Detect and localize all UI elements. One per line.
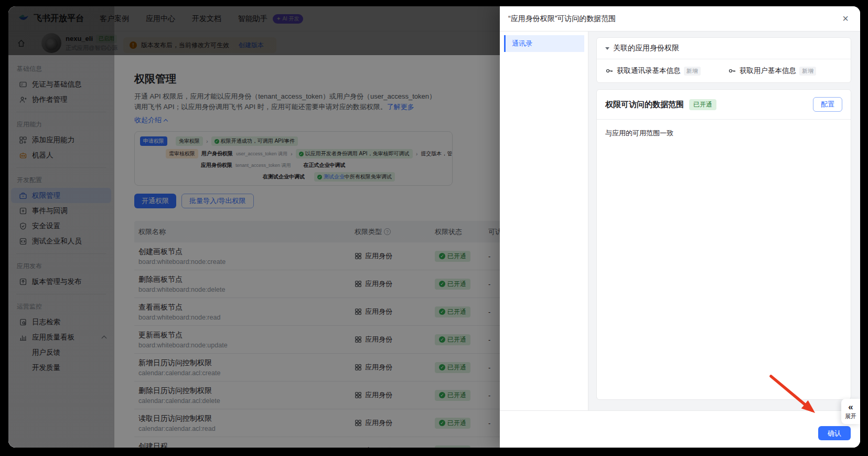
permission-label: 获取用户基本信息 — [740, 66, 796, 76]
table-row[interactable]: 创建日程calendar:calendar.event:create 应用身份 … — [134, 437, 500, 448]
table-row[interactable]: 删除画板节点board:whiteboard:node:delete 应用身份 … — [134, 270, 500, 298]
table-row[interactable]: 创建画板节点board:whiteboard:node:create 应用身份 … — [134, 242, 500, 270]
scope-value: - — [484, 447, 500, 448]
arrow-right-icon: › — [416, 151, 418, 157]
flow-dev-debug-badge: ✓以应用开发者身份调用 API，免审核即可调试 — [296, 149, 413, 158]
bar-chart-icon — [19, 333, 27, 342]
warning-icon: ! — [130, 41, 137, 49]
status-badge: ✓已开通 — [435, 251, 470, 262]
page-title: 权限管理 — [134, 72, 500, 86]
app-name: nexu_eli — [66, 35, 93, 43]
sidebar-item-events[interactable]: 事件与回调 — [11, 203, 111, 218]
main-content: 权限管理 开通 API 权限后，应用才能以应用身份（tenant_access_… — [114, 55, 500, 448]
nav-item-assistant[interactable]: 智能助手 — [238, 14, 267, 24]
permission-code: calendar:calendar.acl:read — [134, 425, 350, 432]
scope-value: - — [484, 280, 500, 288]
data-scope-drawer: “应用身份权限”可访问的数据范围 × 通讯录 关联的应用身份权限 获取通讯录基本… — [500, 6, 860, 448]
learn-more-link[interactable]: 了解更多 — [387, 103, 414, 111]
expand-tab[interactable]: « 展开 — [841, 399, 860, 424]
sidebar-item-permissions[interactable]: 权限管理 — [11, 188, 111, 203]
drawer-nav-contacts[interactable]: 通讯录 — [504, 35, 584, 52]
table-row[interactable]: 新增日历访问控制权限calendar:calendar.acl:create 应… — [134, 354, 500, 381]
data-scope-title: 权限可访问的数据范围 — [605, 100, 684, 110]
confirm-button[interactable]: 确认 — [818, 426, 851, 440]
flow-test-free-badge: ✓测试企业中所有权限免审调试 — [314, 172, 395, 182]
collapse-intro-link[interactable]: 收起介绍 — [134, 115, 500, 125]
col-accessible-scope: 可访问 — [484, 227, 500, 237]
app-identity: nexu_eli 已启用 正式应用@智启心源 — [66, 35, 117, 52]
flow-row-4: 在测试企业中调试 ✓测试企业中所有权限免审调试 — [263, 172, 447, 182]
test-org-link[interactable]: 测试企业 — [324, 174, 345, 179]
permission-name: 查看画板节点 — [134, 303, 350, 312]
open-permission-button[interactable]: 开通权限 — [134, 194, 176, 208]
col-permission-type: 权限类型? — [350, 227, 431, 237]
flow-need-review-badge: 需审核权限 — [166, 149, 198, 158]
sidebar-item-version-release[interactable]: 版本管理与发布 — [11, 274, 111, 289]
sidebar-item-test-org[interactable]: 测试企业和人员 — [11, 234, 111, 249]
nav-item-cases[interactable]: 客户案例 — [100, 14, 129, 24]
chevron-up-icon — [164, 119, 168, 123]
permission-name: 读取日历访问控制权限 — [134, 414, 350, 423]
table-row[interactable]: 删除日历访问控制权限calendar:calendar.acl:delete 应… — [134, 381, 500, 409]
table-row[interactable]: 更新画板节点board:whiteboard:node:update 应用身份 … — [134, 326, 500, 354]
sidebar-item-log-search[interactable]: 日志检索 — [11, 314, 111, 330]
drawer-title: “应用身份权限”可访问的数据范围 — [508, 14, 616, 24]
sidebar-item-security[interactable]: 安全设置 — [11, 218, 111, 234]
double-chevron-left-icon: « — [848, 403, 853, 411]
linked-permissions-title: 关联的应用身份权限 — [613, 44, 679, 53]
help-icon[interactable]: ? — [384, 228, 391, 235]
grid-icon — [355, 364, 362, 371]
permission-code: board:whiteboard:node:read — [134, 314, 350, 321]
brand[interactable]: 飞书开放平台 — [18, 13, 84, 25]
scope-value: - — [484, 308, 500, 316]
divider — [16, 294, 106, 294]
ai-dev-badge[interactable]: ✦ AI 开发 — [273, 14, 303, 24]
check-icon: ✓ — [439, 336, 445, 343]
scope-value: - — [484, 391, 500, 399]
sidebar-item-quality-dashboard[interactable]: 应用质量看板 — [11, 330, 111, 345]
configure-button[interactable]: 配置 — [813, 97, 842, 112]
app-header: nexu_eli 已启用 正式应用@智启心源 ! 版本发布后，当前修改方可生效 … — [8, 31, 500, 55]
check-icon: ✓ — [317, 175, 322, 179]
avatar[interactable] — [41, 33, 61, 53]
check-icon: ✓ — [299, 152, 304, 156]
chevron-up-icon[interactable] — [102, 336, 107, 341]
sidebar-item-bot[interactable]: 机器人 — [11, 147, 111, 163]
grid-icon — [355, 308, 362, 315]
key-icon — [605, 67, 614, 75]
batch-import-export-button[interactable]: 批量导入/导出权限 — [181, 194, 254, 208]
data-scope-card: 权限可访问的数据范围 已开通 配置 与应用的可用范围一致 — [596, 89, 851, 400]
data-scope-header: 权限可访问的数据范围 已开通 配置 — [597, 90, 851, 120]
close-icon[interactable]: × — [842, 13, 849, 25]
scope-value: - — [484, 364, 500, 372]
check-icon: ✓ — [439, 253, 445, 259]
nav-item-docs[interactable]: 开发文档 — [192, 14, 221, 24]
person-add-icon — [19, 96, 27, 104]
permission-name: 新增日历访问控制权限 — [134, 358, 350, 368]
status-badge: ✓已开通 — [435, 418, 470, 429]
sidebar-item-credentials[interactable]: 凭证与基础信息 — [11, 77, 111, 92]
flow-ok-badge: ✓权限开通成功，可调用 API/事件 — [211, 136, 298, 146]
grid-icon — [355, 391, 362, 399]
app-subtitle: 正式应用@智启心源 — [66, 44, 117, 52]
code-square-icon — [19, 237, 27, 246]
nav-item-app-center[interactable]: 应用中心 — [146, 14, 175, 24]
linked-permissions-header[interactable]: 关联的应用身份权限 — [597, 38, 851, 59]
permission-name: 创建画板节点 — [134, 247, 350, 257]
flow-row-1: 申请权限 免审权限 › ✓权限开通成功，可调用 API/事件 — [140, 136, 447, 146]
table-row[interactable]: 查看画板节点board:whiteboard:node:read 应用身份 ✓已… — [134, 298, 500, 326]
sidebar-item-add-capability[interactable]: 添加应用能力 — [11, 132, 111, 147]
brand-name: 飞书开放平台 — [34, 13, 84, 24]
sidebar-item-user-feedback[interactable]: 用户反馈 — [11, 345, 111, 360]
page-description: 开通 API 权限后，应用才能以应用身份（tenant_access_token… — [134, 91, 443, 112]
sidebar-item-dev-quality[interactable]: 开发质量 — [11, 360, 111, 375]
table-row[interactable]: 读取日历访问控制权限calendar:calendar.acl:read 应用身… — [134, 409, 500, 437]
version-banner: ! 版本发布后，当前修改方可生效 创建版本 — [123, 37, 276, 53]
permission-flow-diagram: 申请权限 免审权限 › ✓权限开通成功，可调用 API/事件 需审核权限 用户身… — [134, 131, 453, 186]
drawer-body: 通讯录 关联的应用身份权限 获取通讯录基本信息 新增 — [500, 31, 860, 410]
home-icon[interactable] — [17, 39, 26, 48]
sidebar-item-collaborators[interactable]: 协作者管理 — [11, 92, 111, 107]
flow-row-3: 应用身份权限tenant_access_token 调用 在正式企业中调试 — [201, 162, 447, 169]
create-version-link[interactable]: 创建版本 — [239, 41, 264, 50]
arrow-right-icon: › — [291, 151, 293, 157]
